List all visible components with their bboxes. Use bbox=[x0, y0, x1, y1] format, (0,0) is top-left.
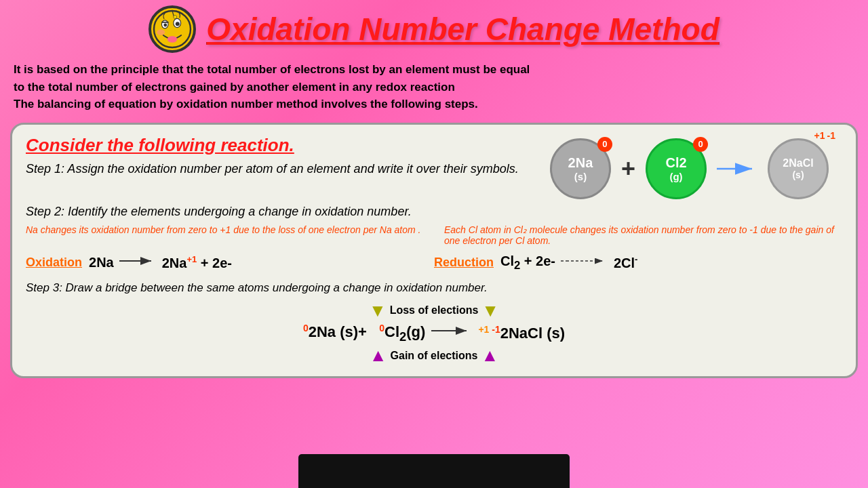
redox-equations-row: Oxidation 2Na 2Na+1 + 2e- Reduction Cl2 … bbox=[26, 253, 842, 273]
oxidation-label: Oxidation bbox=[26, 256, 82, 270]
plus-sign-1: + bbox=[621, 155, 635, 183]
cl-change-desc: Each Cl atom in Cl₂ molecule changes its… bbox=[444, 224, 842, 246]
gain-label: Gain of elections bbox=[391, 350, 478, 362]
svg-point-4 bbox=[176, 22, 180, 26]
nacl-circle: 2NaCl (s) bbox=[768, 138, 829, 199]
nacl-pos: +1 bbox=[814, 130, 825, 141]
consider-title: Consider the following reaction. bbox=[26, 135, 550, 156]
oxidation-half: Oxidation 2Na 2Na+1 + 2e- bbox=[26, 253, 434, 273]
red-eq-right: 2Cl- bbox=[614, 254, 637, 271]
bottom-bar bbox=[298, 454, 570, 488]
molecule-cl2: Cl2 (g) 0 bbox=[646, 138, 707, 199]
molecule-nacl: 2NaCl (s) +1 -1 bbox=[768, 138, 829, 199]
arrow-down-right: ▼ bbox=[481, 300, 499, 321]
red-eq-left: Cl2 + 2e- bbox=[500, 253, 555, 272]
reaction-arrow bbox=[717, 159, 757, 179]
bridge-diagram: ▼ Loss of elections ▼ 02Na (s)+ 0Cl2(g) bbox=[26, 300, 842, 367]
gain-row: ▲ Gain of elections ▲ bbox=[370, 345, 498, 366]
na-sublabel: (s) bbox=[574, 171, 587, 182]
na-circle: 2Na (s) 0 bbox=[550, 138, 611, 199]
arrow-up-right: ▲ bbox=[481, 345, 498, 366]
smiley-icon bbox=[149, 5, 196, 53]
desc-line1: It is based on the principle that the to… bbox=[14, 61, 854, 79]
nacl-ox-labels: +1 -1 bbox=[814, 130, 835, 141]
desc-line2: to the total number of electrons gained … bbox=[14, 79, 854, 96]
na-badge: 0 bbox=[597, 137, 612, 152]
cl2-label: Cl2 bbox=[665, 155, 686, 171]
svg-point-6 bbox=[157, 30, 165, 35]
reduction-label: Reduction bbox=[434, 256, 494, 270]
main-content-box: Consider the following reaction. Step 1:… bbox=[10, 123, 858, 379]
molecules-display: 2Na (s) 0 + Cl2 (g) 0 bbox=[550, 138, 829, 199]
molecule-na: 2Na (s) 0 bbox=[550, 138, 611, 199]
na-label: 2Na bbox=[568, 155, 593, 171]
desc-line3: The balancing of equation by oxidation n… bbox=[14, 96, 854, 113]
bridge-nacl: +1 -12NaCl (s) bbox=[478, 324, 565, 342]
ox-eq-left: 2Na bbox=[89, 255, 114, 270]
bridge-2na: 02Na (s)+ 0Cl2(g) bbox=[303, 323, 425, 344]
page-title: Oxidation Number Change Method bbox=[206, 11, 719, 47]
cl2-sublabel: (g) bbox=[669, 171, 682, 182]
arrow-down-left: ▼ bbox=[369, 300, 387, 321]
arrow-up-left: ▲ bbox=[370, 345, 387, 366]
step3-text: Step 3: Draw a bridge between the same a… bbox=[26, 281, 842, 295]
red-arrow bbox=[561, 253, 608, 273]
reduction-half: Reduction Cl2 + 2e- 2Cl- bbox=[434, 253, 842, 273]
consider-row: Consider the following reaction. Step 1:… bbox=[26, 135, 842, 199]
step1-text: Step 1: Assign the oxidation number per … bbox=[26, 160, 550, 178]
nacl-sublabel: (s) bbox=[792, 169, 804, 180]
nacl-neg: -1 bbox=[827, 130, 835, 141]
bridge-main-arrow bbox=[431, 323, 472, 343]
change-descriptions: Na changes its oxidation number from zer… bbox=[26, 224, 842, 246]
ox-arrow bbox=[119, 253, 157, 273]
svg-point-9 bbox=[174, 16, 177, 19]
bridge-equation: 02Na (s)+ 0Cl2(g) +1 -12NaCl (s) bbox=[303, 323, 565, 344]
step2-text: Step 2: Identify the elements undergoing… bbox=[26, 205, 842, 219]
header: Oxidation Number Change Method bbox=[0, 0, 868, 58]
nacl-label: 2NaCl bbox=[783, 157, 813, 169]
cl2-circle: Cl2 (g) 0 bbox=[646, 138, 707, 199]
svg-point-3 bbox=[164, 24, 167, 27]
na-change-desc: Na changes its oxidation number from zer… bbox=[26, 224, 424, 246]
cl2-badge: 0 bbox=[693, 137, 708, 152]
description-block: It is based on the principle that the to… bbox=[0, 58, 868, 119]
svg-point-7 bbox=[167, 36, 177, 43]
consider-left: Consider the following reaction. Step 1:… bbox=[26, 135, 550, 178]
ox-eq-right: 2Na+1 + 2e- bbox=[162, 254, 232, 271]
loss-row: ▼ Loss of elections ▼ bbox=[369, 300, 499, 321]
loss-label: Loss of elections bbox=[390, 304, 479, 317]
